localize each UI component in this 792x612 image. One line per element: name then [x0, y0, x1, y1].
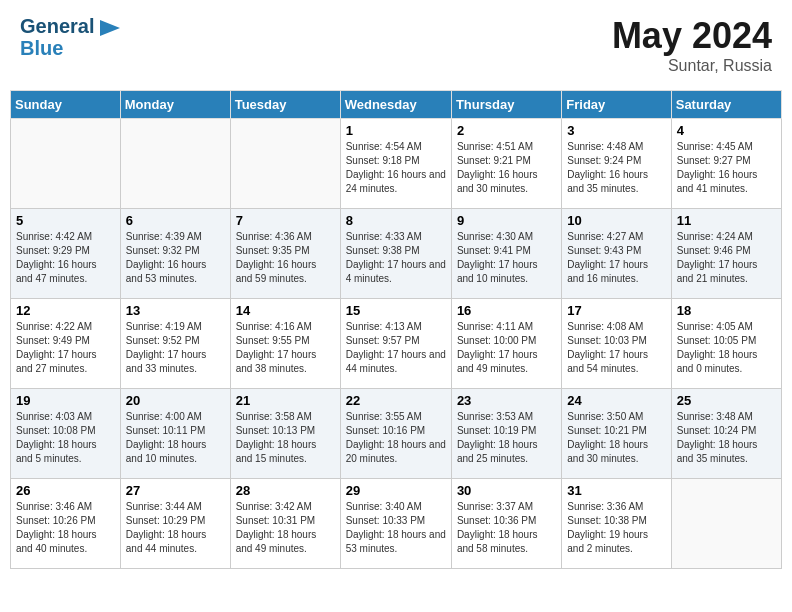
- calendar-cell: 22Sunrise: 3:55 AM Sunset: 10:16 PM Dayl…: [340, 389, 451, 479]
- day-number: 23: [457, 393, 556, 408]
- calendar-cell: 31Sunrise: 3:36 AM Sunset: 10:38 PM Dayl…: [562, 479, 671, 569]
- day-info: Sunrise: 4:24 AM Sunset: 9:46 PM Dayligh…: [677, 230, 776, 286]
- calendar-cell: 25Sunrise: 3:48 AM Sunset: 10:24 PM Dayl…: [671, 389, 781, 479]
- day-info: Sunrise: 4:48 AM Sunset: 9:24 PM Dayligh…: [567, 140, 665, 196]
- calendar-cell: 5Sunrise: 4:42 AM Sunset: 9:29 PM Daylig…: [11, 209, 121, 299]
- day-info: Sunrise: 4:27 AM Sunset: 9:43 PM Dayligh…: [567, 230, 665, 286]
- logo-arrow-icon: [100, 20, 120, 36]
- day-info: Sunrise: 3:46 AM Sunset: 10:26 PM Daylig…: [16, 500, 115, 556]
- calendar-header-row: SundayMondayTuesdayWednesdayThursdayFrid…: [11, 91, 782, 119]
- day-number: 1: [346, 123, 446, 138]
- day-number: 24: [567, 393, 665, 408]
- day-number: 3: [567, 123, 665, 138]
- day-number: 2: [457, 123, 556, 138]
- day-info: Sunrise: 4:45 AM Sunset: 9:27 PM Dayligh…: [677, 140, 776, 196]
- day-number: 22: [346, 393, 446, 408]
- header-day-tuesday: Tuesday: [230, 91, 340, 119]
- calendar-week-row: 1Sunrise: 4:54 AM Sunset: 9:18 PM Daylig…: [11, 119, 782, 209]
- header-day-monday: Monday: [120, 91, 230, 119]
- day-info: Sunrise: 3:50 AM Sunset: 10:21 PM Daylig…: [567, 410, 665, 466]
- day-number: 5: [16, 213, 115, 228]
- calendar-cell: 12Sunrise: 4:22 AM Sunset: 9:49 PM Dayli…: [11, 299, 121, 389]
- day-number: 9: [457, 213, 556, 228]
- day-info: Sunrise: 3:44 AM Sunset: 10:29 PM Daylig…: [126, 500, 225, 556]
- header-day-friday: Friday: [562, 91, 671, 119]
- day-number: 11: [677, 213, 776, 228]
- calendar-cell: 29Sunrise: 3:40 AM Sunset: 10:33 PM Dayl…: [340, 479, 451, 569]
- calendar-cell: 19Sunrise: 4:03 AM Sunset: 10:08 PM Dayl…: [11, 389, 121, 479]
- day-number: 30: [457, 483, 556, 498]
- day-number: 26: [16, 483, 115, 498]
- day-info: Sunrise: 3:40 AM Sunset: 10:33 PM Daylig…: [346, 500, 446, 556]
- day-number: 27: [126, 483, 225, 498]
- day-number: 21: [236, 393, 335, 408]
- calendar-cell: 4Sunrise: 4:45 AM Sunset: 9:27 PM Daylig…: [671, 119, 781, 209]
- calendar-cell: 15Sunrise: 4:13 AM Sunset: 9:57 PM Dayli…: [340, 299, 451, 389]
- day-number: 15: [346, 303, 446, 318]
- day-number: 16: [457, 303, 556, 318]
- calendar-table: SundayMondayTuesdayWednesdayThursdayFrid…: [10, 90, 782, 569]
- day-info: Sunrise: 4:11 AM Sunset: 10:00 PM Daylig…: [457, 320, 556, 376]
- day-info: Sunrise: 3:53 AM Sunset: 10:19 PM Daylig…: [457, 410, 556, 466]
- header-day-sunday: Sunday: [11, 91, 121, 119]
- header-day-saturday: Saturday: [671, 91, 781, 119]
- day-number: 20: [126, 393, 225, 408]
- calendar-cell: 16Sunrise: 4:11 AM Sunset: 10:00 PM Dayl…: [451, 299, 561, 389]
- calendar-cell: 23Sunrise: 3:53 AM Sunset: 10:19 PM Dayl…: [451, 389, 561, 479]
- day-info: Sunrise: 4:00 AM Sunset: 10:11 PM Daylig…: [126, 410, 225, 466]
- day-number: 19: [16, 393, 115, 408]
- day-info: Sunrise: 4:22 AM Sunset: 9:49 PM Dayligh…: [16, 320, 115, 376]
- calendar-cell: 8Sunrise: 4:33 AM Sunset: 9:38 PM Daylig…: [340, 209, 451, 299]
- calendar-cell: 7Sunrise: 4:36 AM Sunset: 9:35 PM Daylig…: [230, 209, 340, 299]
- day-info: Sunrise: 3:37 AM Sunset: 10:36 PM Daylig…: [457, 500, 556, 556]
- calendar-cell: [11, 119, 121, 209]
- day-info: Sunrise: 4:19 AM Sunset: 9:52 PM Dayligh…: [126, 320, 225, 376]
- day-info: Sunrise: 3:55 AM Sunset: 10:16 PM Daylig…: [346, 410, 446, 466]
- day-number: 17: [567, 303, 665, 318]
- calendar-cell: 18Sunrise: 4:05 AM Sunset: 10:05 PM Dayl…: [671, 299, 781, 389]
- calendar-cell: [120, 119, 230, 209]
- day-info: Sunrise: 4:33 AM Sunset: 9:38 PM Dayligh…: [346, 230, 446, 286]
- day-info: Sunrise: 4:42 AM Sunset: 9:29 PM Dayligh…: [16, 230, 115, 286]
- day-info: Sunrise: 4:54 AM Sunset: 9:18 PM Dayligh…: [346, 140, 446, 196]
- day-number: 12: [16, 303, 115, 318]
- calendar-cell: 28Sunrise: 3:42 AM Sunset: 10:31 PM Dayl…: [230, 479, 340, 569]
- day-number: 10: [567, 213, 665, 228]
- calendar-week-row: 5Sunrise: 4:42 AM Sunset: 9:29 PM Daylig…: [11, 209, 782, 299]
- calendar-week-row: 26Sunrise: 3:46 AM Sunset: 10:26 PM Dayl…: [11, 479, 782, 569]
- calendar-cell: 2Sunrise: 4:51 AM Sunset: 9:21 PM Daylig…: [451, 119, 561, 209]
- svg-marker-0: [100, 20, 120, 36]
- day-number: 18: [677, 303, 776, 318]
- calendar-cell: 26Sunrise: 3:46 AM Sunset: 10:26 PM Dayl…: [11, 479, 121, 569]
- day-info: Sunrise: 3:42 AM Sunset: 10:31 PM Daylig…: [236, 500, 335, 556]
- day-number: 13: [126, 303, 225, 318]
- calendar-cell: 6Sunrise: 4:39 AM Sunset: 9:32 PM Daylig…: [120, 209, 230, 299]
- day-number: 28: [236, 483, 335, 498]
- day-number: 31: [567, 483, 665, 498]
- calendar-cell: 24Sunrise: 3:50 AM Sunset: 10:21 PM Dayl…: [562, 389, 671, 479]
- day-info: Sunrise: 4:36 AM Sunset: 9:35 PM Dayligh…: [236, 230, 335, 286]
- location-subtitle: Suntar, Russia: [612, 57, 772, 75]
- day-info: Sunrise: 3:58 AM Sunset: 10:13 PM Daylig…: [236, 410, 335, 466]
- calendar-cell: 13Sunrise: 4:19 AM Sunset: 9:52 PM Dayli…: [120, 299, 230, 389]
- month-title: May 2024: [612, 15, 772, 57]
- day-info: Sunrise: 4:13 AM Sunset: 9:57 PM Dayligh…: [346, 320, 446, 376]
- header-day-wednesday: Wednesday: [340, 91, 451, 119]
- day-number: 8: [346, 213, 446, 228]
- calendar-cell: 14Sunrise: 4:16 AM Sunset: 9:55 PM Dayli…: [230, 299, 340, 389]
- day-number: 14: [236, 303, 335, 318]
- page-header: General Blue May 2024 Suntar, Russia: [10, 10, 782, 80]
- day-number: 29: [346, 483, 446, 498]
- day-info: Sunrise: 4:16 AM Sunset: 9:55 PM Dayligh…: [236, 320, 335, 376]
- header-day-thursday: Thursday: [451, 91, 561, 119]
- day-info: Sunrise: 4:30 AM Sunset: 9:41 PM Dayligh…: [457, 230, 556, 286]
- calendar-cell: 21Sunrise: 3:58 AM Sunset: 10:13 PM Dayl…: [230, 389, 340, 479]
- calendar-week-row: 19Sunrise: 4:03 AM Sunset: 10:08 PM Dayl…: [11, 389, 782, 479]
- title-block: May 2024 Suntar, Russia: [612, 15, 772, 75]
- calendar-cell: 30Sunrise: 3:37 AM Sunset: 10:36 PM Dayl…: [451, 479, 561, 569]
- day-number: 25: [677, 393, 776, 408]
- calendar-week-row: 12Sunrise: 4:22 AM Sunset: 9:49 PM Dayli…: [11, 299, 782, 389]
- day-number: 4: [677, 123, 776, 138]
- day-info: Sunrise: 4:39 AM Sunset: 9:32 PM Dayligh…: [126, 230, 225, 286]
- day-number: 7: [236, 213, 335, 228]
